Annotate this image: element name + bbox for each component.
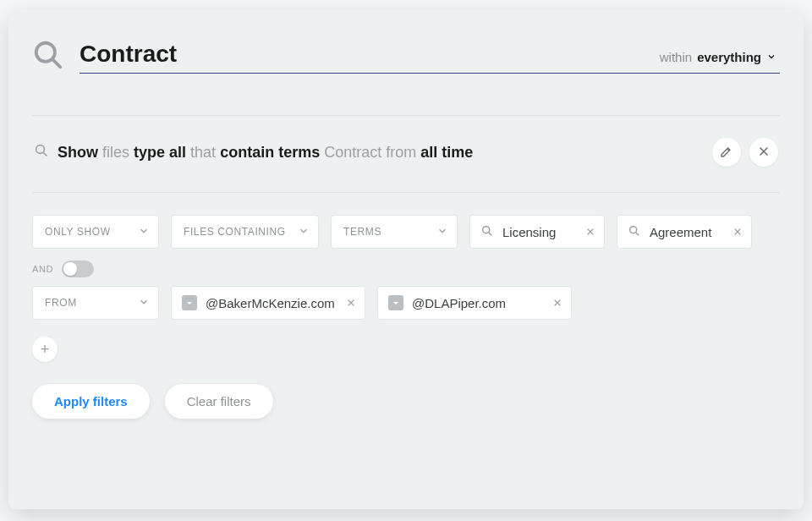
dropdown-label: FROM <box>45 297 77 309</box>
chevron-down-icon <box>436 225 448 239</box>
chip-label: @BakerMcKenzie.com <box>206 296 335 310</box>
filter-row-2: FROM @BakerMcKenzie.com @DLAPiper.com <box>32 286 780 320</box>
search-header: within everything <box>32 39 780 74</box>
query-summary: Show files type all that contain terms C… <box>32 116 780 167</box>
term-chip-agreement[interactable]: Agreement <box>617 215 752 249</box>
search-icon <box>34 143 49 162</box>
chip-label: Licensing <box>502 225 556 239</box>
terms-dropdown[interactable]: TERMS <box>331 215 458 249</box>
svg-line-7 <box>489 232 491 234</box>
svg-line-11 <box>636 232 639 234</box>
and-label: AND <box>32 264 53 274</box>
dropdown-label: TERMS <box>343 226 381 238</box>
files-containing-dropdown[interactable]: FILES CONTAINING <box>171 215 319 249</box>
from-chip-bakermckenzie[interactable]: @BakerMcKenzie.com <box>171 286 365 320</box>
summary-text: Show files type all that contain terms C… <box>58 144 473 162</box>
chip-label: @DLAPiper.com <box>412 296 506 310</box>
and-toggle[interactable] <box>62 260 94 277</box>
domain-icon <box>388 295 403 310</box>
chevron-down-icon <box>138 296 150 310</box>
from-dropdown[interactable]: FROM <box>32 286 159 320</box>
filter-row-1: ONLY SHOW FILES CONTAINING TERMS Licensi… <box>32 215 780 249</box>
remove-chip-button[interactable] <box>346 296 356 310</box>
scope-selector[interactable]: within everything <box>660 50 776 64</box>
search-input-container: within everything <box>80 41 780 74</box>
dropdown-label: FILES CONTAINING <box>184 226 286 238</box>
only-show-dropdown[interactable]: ONLY SHOW <box>32 215 159 249</box>
search-icon <box>480 224 494 240</box>
close-icon <box>757 145 771 161</box>
search-input[interactable] <box>80 41 660 68</box>
scope-value: everything <box>697 50 761 64</box>
chevron-down-icon <box>298 225 310 239</box>
remove-chip-button[interactable] <box>585 225 595 239</box>
search-icon <box>628 224 641 240</box>
chip-label: Agreement <box>650 225 711 239</box>
search-icon <box>32 39 64 74</box>
chevron-down-icon <box>766 50 776 64</box>
search-panel: within everything Show files type all th… <box>8 10 804 509</box>
plus-icon: + <box>41 342 50 357</box>
apply-filters-button[interactable]: Apply filters <box>32 384 150 419</box>
pencil-icon <box>720 145 733 161</box>
svg-line-1 <box>52 59 60 67</box>
add-filter-button[interactable]: + <box>32 337 58 362</box>
and-operator-row: AND <box>32 260 780 277</box>
remove-chip-button[interactable] <box>732 225 743 239</box>
clear-summary-button[interactable] <box>749 138 778 167</box>
scope-within-label: within <box>660 50 692 64</box>
action-buttons: Apply filters Clear filters <box>32 384 780 419</box>
term-chip-licensing[interactable]: Licensing <box>469 215 605 249</box>
svg-line-3 <box>43 152 47 156</box>
remove-chip-button[interactable] <box>552 296 562 310</box>
domain-icon <box>182 295 197 310</box>
clear-filters-button[interactable]: Clear filters <box>165 384 273 419</box>
edit-button[interactable] <box>712 138 741 167</box>
chevron-down-icon <box>138 225 150 239</box>
filter-builder: ONLY SHOW FILES CONTAINING TERMS Licensi… <box>32 193 780 419</box>
from-chip-dlapiper[interactable]: @DLAPiper.com <box>377 286 572 320</box>
dropdown-label: ONLY SHOW <box>45 226 111 238</box>
